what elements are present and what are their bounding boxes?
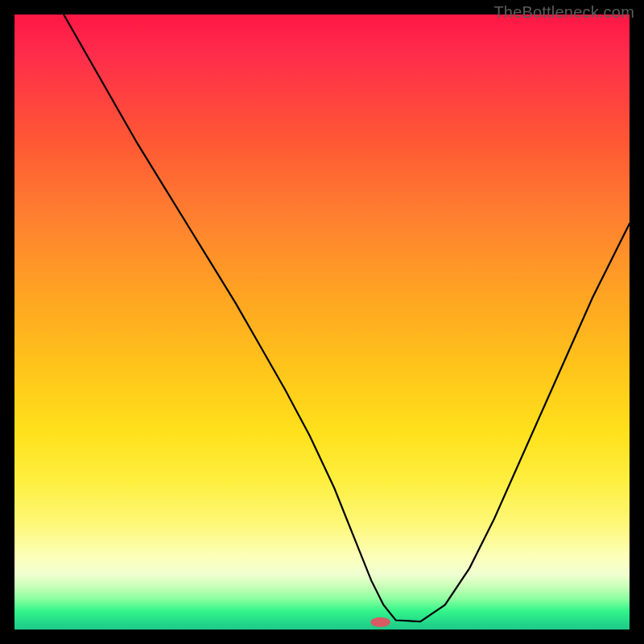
chart-container: TheBottleneck.com — [0, 0, 644, 644]
plot-area — [14, 14, 630, 630]
curve-svg — [14, 14, 630, 630]
watermark-text: TheBottleneck.com — [493, 3, 634, 22]
minimum-marker — [370, 617, 390, 627]
bottleneck-curve — [64, 14, 630, 621]
